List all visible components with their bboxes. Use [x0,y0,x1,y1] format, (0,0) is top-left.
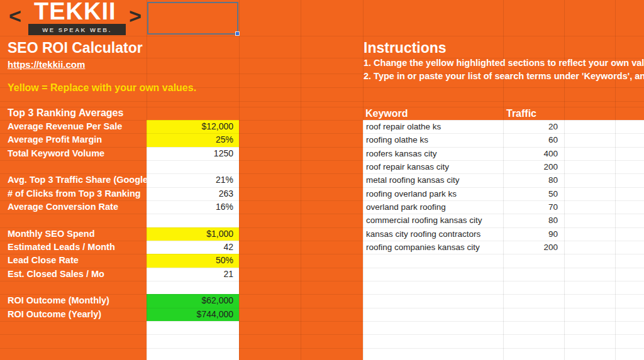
row-value-cell[interactable] [147,281,239,294]
traffic-column-header[interactable]: Traffic [506,108,536,119]
traffic-cell[interactable]: 60 [503,133,564,146]
table-row: overland park roofing70 [363,200,644,214]
row-label-cell[interactable] [0,160,147,173]
gridline [301,0,301,360]
keyword-column-header[interactable]: Keyword [365,108,408,119]
row-label-cell[interactable]: ROI Outcome (Yearly) [0,308,147,321]
logo-tagline: WE SPEAK WEB. [28,24,126,35]
keyword-cell[interactable]: overland park roofing [363,200,503,214]
keyword-cell[interactable]: roofers kansas city [363,147,503,160]
keyword-cell[interactable]: commercial roofing kansas city [363,214,503,227]
logo-right-bracket-icon: > [129,5,142,26]
label-column: Average Revenue Per SaleAverage Profit M… [0,120,147,360]
row-value-cell[interactable]: 1250 [147,147,239,160]
row-value-cell[interactable]: 16% [147,200,239,214]
row-value-cell[interactable]: 50% [147,254,239,267]
row-value-cell[interactable] [147,160,239,173]
row-label-cell[interactable]: Lead Close Rate [0,254,147,267]
keyword-cell[interactable]: roof repair olathe ks [363,120,503,133]
section-heading[interactable]: Top 3 Ranking Averages [8,107,123,119]
yellow-note[interactable]: Yellow = Replace with your own values. [8,82,196,94]
table-row: roofers kansas city400 [363,147,644,160]
keyword-cell[interactable]: roofing olathe ks [363,133,503,146]
table-row: kansas city roofing contractors90 [363,227,644,241]
row-label-cell[interactable]: ROI Outcome (Monthly) [0,294,147,307]
table-row: commercial roofing kansas city80 [363,214,644,227]
gridline [0,101,644,102]
row-label-cell[interactable] [0,281,147,294]
traffic-cell[interactable]: 200 [503,241,564,254]
logo-left-bracket-icon: < [9,5,21,26]
table-row: roof repair olathe ks20 [363,120,644,133]
traffic-cell[interactable]: 200 [503,160,564,173]
selected-cell-outline[interactable] [147,2,238,35]
row-label-cell[interactable] [0,321,147,334]
keyword-table: roof repair olathe ks20roofing olathe ks… [363,120,644,360]
row-label-cell[interactable]: Total Keyword Volume [0,147,147,160]
row-value-cell[interactable]: 21% [147,173,239,187]
row-label-cell[interactable]: Avg. Top 3 Traffic Share (Google) [0,173,147,187]
traffic-cell[interactable]: 70 [503,200,564,214]
table-row: roofing overland park ks50 [363,187,644,200]
row-label-cell[interactable] [0,348,147,360]
keyword-cell[interactable]: metal roofing kansas city [363,173,503,187]
traffic-cell[interactable]: 80 [503,214,564,227]
table-row: roofing olathe ks60 [363,133,644,146]
traffic-cell[interactable]: 80 [503,173,564,187]
keyword-cell[interactable]: roofing overland park ks [363,187,503,200]
row-label-cell[interactable]: Estimated Leads / Month [0,241,147,254]
row-label-cell[interactable]: Est. Closed Sales / Mo [0,268,147,281]
row-value-cell[interactable] [147,214,239,227]
instructions-title[interactable]: Instructions [364,40,447,57]
row-label-cell[interactable]: Average Revenue Per Sale [0,120,147,133]
row-value-cell[interactable]: 42 [147,241,239,254]
row-value-cell[interactable]: 263 [147,187,239,200]
row-value-cell[interactable] [147,321,239,334]
row-value-cell[interactable]: 21 [147,268,239,281]
row-value-cell[interactable]: $744,000 [147,308,239,321]
traffic-cell[interactable]: 90 [503,227,564,241]
row-value-cell[interactable] [147,348,239,360]
row-value-cell[interactable]: $12,000 [147,120,239,133]
row-value-cell[interactable]: 25% [147,133,239,146]
row-label-cell[interactable]: # of Clicks from Top 3 Ranking [0,187,147,200]
row-label-cell[interactable]: Average Conversion Rate [0,200,147,214]
table-row: metal roofing kansas city80 [363,173,644,187]
row-value-cell[interactable]: $62,000 [147,294,239,307]
row-value-cell[interactable]: $1,000 [147,227,239,241]
logo-wordmark: TEKKII [34,0,116,25]
traffic-cell[interactable]: 400 [503,147,564,160]
tekkii-link[interactable]: https://tekkii.com [8,59,85,70]
row-label-cell[interactable] [0,214,147,227]
page-title[interactable]: SEO ROI Calculator [8,40,143,57]
table-row: roofing companies kansas city200 [363,241,644,254]
tekkii-logo: < TEKKII > WE SPEAK WEB. [0,0,151,36]
row-label-cell[interactable] [0,334,147,347]
instruction-line-2: 2. Type in or paste your list of search … [364,71,644,81]
keyword-cell[interactable]: roof repair kansas city [363,160,503,173]
gridline [239,0,240,360]
keyword-cell[interactable]: kansas city roofing contractors [363,227,503,241]
instruction-line-1: 1. Change the yellow highlighted section… [364,58,644,68]
traffic-cell[interactable]: 20 [503,120,564,133]
spreadsheet-canvas: < TEKKII > WE SPEAK WEB. SEO ROI Calcula… [0,0,644,360]
row-label-cell[interactable]: Monthly SEO Spend [0,227,147,241]
row-label-cell[interactable]: Average Profit Margin [0,133,147,146]
fill-handle[interactable] [235,31,240,36]
row-value-cell[interactable] [147,334,239,347]
traffic-cell[interactable]: 50 [503,187,564,200]
value-column: $12,00025%125021%26316%$1,0004250%21$62,… [147,120,239,360]
keyword-cell[interactable]: roofing companies kansas city [363,241,503,254]
table-row: roof repair kansas city200 [363,160,644,173]
